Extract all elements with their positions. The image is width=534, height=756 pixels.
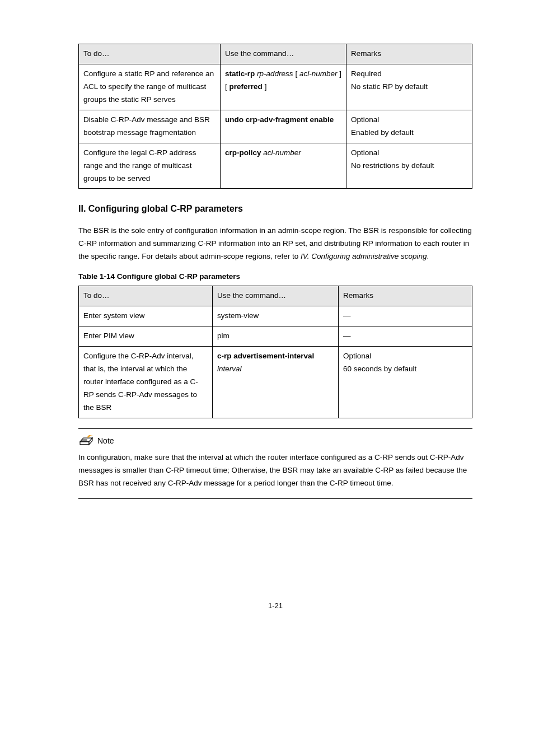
col-header-remarks: Remarks	[346, 44, 472, 64]
cell-remarks: Required No static RP by default	[346, 64, 472, 110]
cell-command: static-rp rp-address [ acl-number ] [ pr…	[221, 64, 346, 110]
cell-remarks: —	[338, 306, 472, 326]
table-commands-1: To do… Use the command… Remarks Configur…	[78, 44, 472, 189]
table-row: Enter PIM view pim —	[79, 326, 472, 347]
cell-action: Configure the C-RP-Adv interval, that is…	[79, 347, 213, 418]
page-number: 1-21	[78, 600, 472, 612]
cell-remarks: —	[338, 326, 472, 347]
cmd-text: [	[293, 69, 299, 78]
note-header: Note	[78, 435, 472, 448]
cmd-arg: interval	[217, 365, 242, 373]
col-header-command: Use the command…	[221, 44, 346, 64]
note-icon	[78, 435, 94, 447]
cell-action: Configure the legal C-RP address range a…	[79, 143, 221, 189]
cmd-text: c-rp advertisement-interval	[217, 352, 314, 360]
table-header-row: To do… Use the command… Remarks	[79, 44, 472, 64]
cmd-arg: acl-number	[299, 69, 338, 78]
col-header-action: To do…	[79, 286, 213, 306]
note-callout: Note In configuration, make sure that th…	[78, 428, 472, 500]
cmd-text: static-rp	[225, 69, 257, 78]
note-text: In configuration, make sure that the int…	[78, 451, 472, 490]
table-caption: Table 1-14 Configure global C-RP paramet…	[78, 270, 472, 283]
page: To do… Use the command… Remarks Configur…	[0, 0, 534, 756]
paragraph-text: .	[427, 252, 429, 260]
cmd-arg: rp-address	[257, 69, 293, 78]
table-row: Configure the C-RP-Adv interval, that is…	[79, 347, 472, 418]
svg-marker-1	[80, 442, 89, 445]
table-commands-2: To do… Use the command… Remarks Enter sy…	[78, 286, 472, 418]
cell-action: Disable C-RP-Adv message and BSR bootstr…	[79, 110, 221, 143]
cell-action: Configure a static RP and reference an A…	[79, 64, 221, 110]
section-heading: II. Configuring global C-RP parameters	[78, 201, 472, 216]
cmd-text: ]	[263, 82, 267, 91]
col-header-remarks: Remarks	[338, 286, 472, 306]
cross-reference-link[interactable]: IV. Configuring administrative scoping	[301, 252, 427, 260]
cmd-text: undo crp-adv-fragment enable	[225, 115, 334, 124]
table-row: Configure a static RP and reference an A…	[79, 64, 472, 110]
table-row: Enter system view system-view —	[79, 306, 472, 326]
cmd-arg: acl-number	[263, 148, 301, 157]
table-row: Disable C-RP-Adv message and BSR bootstr…	[79, 110, 472, 143]
cmd-text: preferred	[229, 82, 263, 91]
cell-action: Enter system view	[79, 306, 213, 326]
cell-command: c-rp advertisement-interval interval	[213, 347, 339, 418]
section-paragraph: The BSR is the sole entry of configurati…	[78, 225, 472, 263]
cell-command: crp-policy acl-number	[221, 143, 346, 189]
cell-command: pim	[213, 326, 339, 347]
note-label: Note	[97, 435, 114, 448]
table-header-row: To do… Use the command… Remarks	[79, 286, 472, 306]
col-header-action: To do…	[79, 44, 221, 64]
cell-command: system-view	[213, 306, 339, 326]
table-row: Configure the legal C-RP address range a…	[79, 143, 472, 189]
cmd-text: crp-policy	[225, 148, 263, 157]
col-header-command: Use the command…	[213, 286, 339, 306]
cell-remarks: Optional 60 seconds by default	[338, 347, 472, 418]
cell-remarks: Optional Enabled by default	[346, 110, 472, 143]
cell-command: undo crp-adv-fragment enable	[221, 110, 346, 143]
cell-remarks: Optional No restrictions by default	[346, 143, 472, 189]
cell-action: Enter PIM view	[79, 326, 213, 347]
